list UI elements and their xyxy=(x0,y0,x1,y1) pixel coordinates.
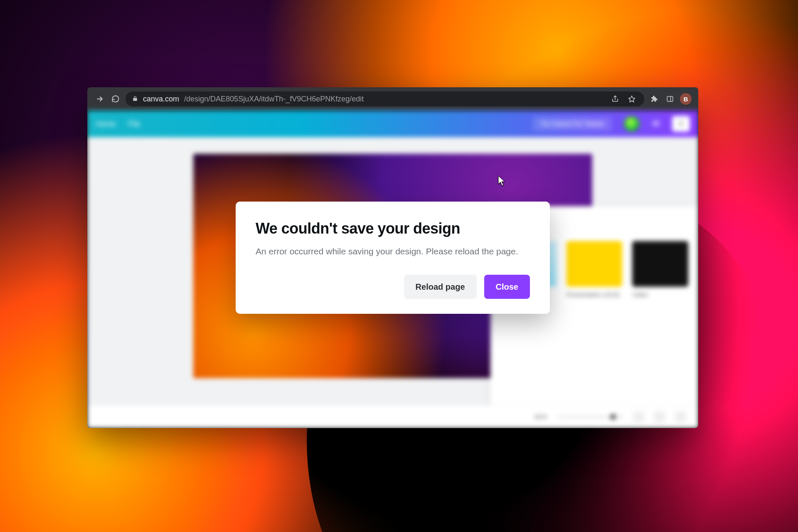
modal-title: We couldn't save your design xyxy=(256,220,530,237)
url-host: canva.com xyxy=(143,95,179,103)
template-label: Video xyxy=(632,291,688,298)
modal-body: An error occurred while saving your desi… xyxy=(256,246,530,256)
template-thumb xyxy=(566,241,623,287)
share-icon[interactable] xyxy=(609,93,621,105)
canva-bottombar: 92% xyxy=(87,405,698,428)
help-icon[interactable] xyxy=(675,411,686,422)
fullscreen-icon[interactable] xyxy=(654,411,665,422)
forward-icon[interactable] xyxy=(94,93,106,105)
zoom-value: 92% xyxy=(534,413,547,420)
pages-icon[interactable] xyxy=(633,411,644,422)
url-path: /design/DAE805SjuXA/itdwTh-_fV9CH6ePNKfz… xyxy=(184,95,364,103)
modal-actions: Reload page Close xyxy=(256,275,530,299)
svg-marker-0 xyxy=(629,96,635,102)
template-card[interactable]: Video xyxy=(632,241,688,298)
template-card[interactable]: Presentation (16:9) xyxy=(566,241,623,298)
profile-initial: B xyxy=(684,96,688,103)
user-avatar[interactable] xyxy=(624,116,640,132)
address-bar[interactable]: canva.com/design/DAE805SjuXA/itdwTh-_fV9… xyxy=(126,91,644,106)
browser-window: canva.com/design/DAE805SjuXA/itdwTh-_fV9… xyxy=(87,87,698,428)
panel-icon[interactable] xyxy=(664,93,676,105)
star-icon[interactable] xyxy=(626,93,638,105)
template-thumb xyxy=(632,241,688,287)
zoom-slider[interactable] xyxy=(557,416,623,418)
menu-home[interactable]: Home xyxy=(96,120,116,128)
svg-rect-1 xyxy=(667,96,673,101)
reload-page-button[interactable]: Reload page xyxy=(404,275,477,299)
lock-icon xyxy=(132,95,138,103)
extensions-icon[interactable] xyxy=(648,93,660,105)
reload-icon[interactable] xyxy=(110,93,121,105)
browser-chrome: canva.com/design/DAE805SjuXA/itdwTh-_fV9… xyxy=(87,87,698,111)
comments-icon[interactable]: ✉ xyxy=(652,118,660,129)
canva-topbar: Home File Try Canva For Teams ✉ ⇪ xyxy=(87,111,698,137)
try-teams-button[interactable]: Try Canva For Teams xyxy=(533,117,611,131)
menu-file[interactable]: File xyxy=(128,120,140,128)
profile-avatar[interactable]: B xyxy=(680,93,692,105)
close-button[interactable]: Close xyxy=(484,275,530,299)
share-button[interactable]: ⇪ xyxy=(672,116,690,132)
error-modal: We couldn't save your design An error oc… xyxy=(236,202,550,314)
template-label: Presentation (16:9) xyxy=(566,291,623,298)
